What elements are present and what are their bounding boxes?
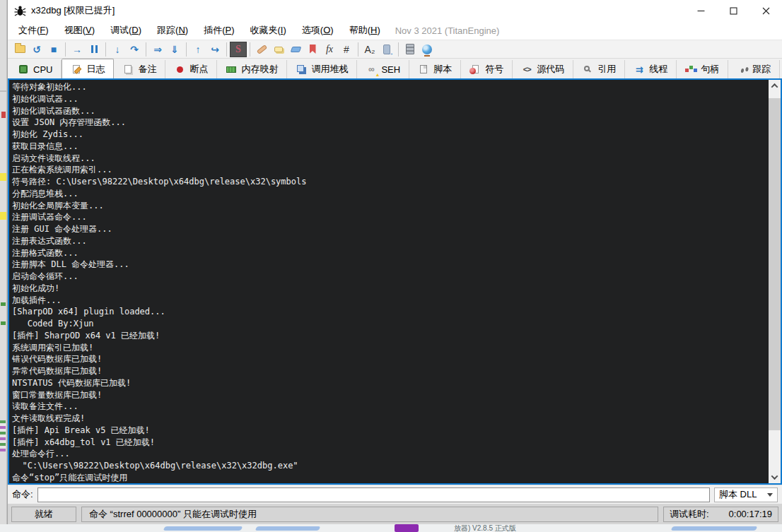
command-input[interactable]: [37, 487, 710, 502]
step-over-button[interactable]: ↷: [126, 42, 143, 57]
step-into-button[interactable]: ↓: [109, 42, 126, 57]
script-glyph: [420, 65, 427, 73]
menu-file[interactable]: 文件(F): [11, 21, 57, 40]
source-icon: <>: [521, 64, 532, 75]
maximize-button[interactable]: [717, 0, 749, 21]
run-button[interactable]: →: [69, 42, 86, 57]
background-fragment: [0, 90, 7, 92]
watermark-stroke: [163, 526, 243, 531]
minimize-button[interactable]: [684, 0, 717, 21]
log-line: 符号路径: C:\Users\98222\Desktop\x64dbg\rele…: [12, 176, 769, 188]
log-line: 获取目录信息...: [12, 141, 769, 153]
menu-help[interactable]: 帮助(H): [342, 21, 388, 40]
comment-button[interactable]: [270, 42, 287, 57]
scrollbar-thumb[interactable]: [769, 98, 781, 430]
tab-trace[interactable]: 跟踪: [728, 60, 780, 78]
toolbar-separator: [65, 42, 66, 57]
scroll-up-button[interactable]: [769, 80, 781, 92]
label-button[interactable]: [287, 42, 304, 57]
hash-button[interactable]: #: [338, 42, 355, 57]
background-fragment: [0, 212, 6, 220]
log-output[interactable]: 等待对象初始化...初始化调试器...初始化调试器函数...设置 JSON 内存…: [9, 80, 769, 483]
expression-function-button[interactable]: fx: [321, 42, 338, 57]
log-line: 启动命令循环...: [12, 271, 769, 283]
call-stack-glyph: [297, 65, 304, 72]
scroll-down-button[interactable]: [769, 471, 781, 483]
log-line: 启动文件读取线程...: [12, 153, 769, 165]
font-size-icon: A₂: [365, 44, 375, 55]
tab-seh[interactable]: ∞SEH: [357, 60, 409, 78]
font-size-button[interactable]: A₂: [361, 42, 378, 57]
send-to-device-icon: [383, 45, 390, 54]
command-bar: 命令: 脚本 DLL: [8, 485, 782, 504]
send-to-device-button[interactable]: [378, 42, 395, 57]
threads-icon: ⇉: [634, 64, 645, 75]
menu-plugins[interactable]: 插件(P): [196, 21, 242, 40]
call-stack-icon: [296, 64, 307, 75]
toolbar: ↺■→↓↷⇒⇓↑↪Sfx#A₂: [8, 40, 782, 59]
tab-label: 跟踪: [752, 63, 771, 76]
step-out-icon: ⇓: [170, 44, 179, 55]
log-line: NTSTATUS 代码数据库已加载!: [12, 377, 769, 389]
debug-time-panel: 调试耗时: 0:00:17:19: [663, 507, 778, 522]
step-out-button[interactable]: ⇓: [166, 42, 183, 57]
references-icon: [582, 64, 593, 75]
menu-view[interactable]: 视图(V): [57, 21, 103, 40]
log-line: [SharpOD x64] plugin loaded...: [12, 306, 769, 318]
menu-favourites[interactable]: 收藏夹(I): [243, 21, 294, 40]
close-button[interactable]: [749, 0, 782, 21]
script-icon: [418, 64, 429, 75]
menu-options[interactable]: 选项(O): [294, 21, 342, 40]
label-icon: [290, 47, 301, 52]
tab-breakpoints[interactable]: 断点: [165, 60, 217, 78]
attach-button[interactable]: ↪: [206, 42, 223, 57]
menu-debug[interactable]: 调试(D): [103, 21, 149, 40]
bug-icon: [14, 5, 26, 17]
log-scrollbar[interactable]: [769, 80, 781, 483]
patch-button[interactable]: [253, 42, 270, 57]
tab-memory-map[interactable]: 内存映射: [217, 60, 287, 78]
tab-log[interactable]: 日志: [62, 59, 114, 78]
command-mode-dropdown[interactable]: 脚本 DLL: [714, 487, 778, 502]
menu-trace[interactable]: 跟踪(N): [149, 21, 196, 40]
tab-threads[interactable]: ⇉线程: [625, 60, 677, 78]
execute-till-return-button[interactable]: ⇒: [149, 42, 166, 57]
tab-call-stack[interactable]: 调用堆栈: [287, 60, 357, 78]
tab-label: CPU: [33, 64, 52, 75]
notes-icon: [122, 64, 134, 75]
threads-glyph: ⇉: [636, 64, 643, 75]
restart-button[interactable]: ↺: [28, 42, 45, 57]
breakpoint-glyph: [177, 66, 183, 73]
tab-script[interactable]: 脚本: [409, 60, 461, 78]
trace-glyph: [741, 68, 745, 73]
step-into-icon: ↓: [115, 44, 120, 55]
calculator-icon: [406, 44, 414, 54]
bookmark-button[interactable]: [304, 42, 321, 57]
log-line: 注册 GUI 命令处理器...: [12, 223, 769, 235]
cpu-glyph: [19, 65, 28, 73]
tab-references[interactable]: 引用: [573, 60, 625, 78]
log-line: 注册调试器命令...: [12, 211, 769, 223]
tab-notes[interactable]: 备注: [114, 60, 165, 78]
tab-source[interactable]: <>源代码: [513, 60, 573, 78]
run-to-user-code-button[interactable]: ↑: [189, 42, 206, 57]
globe-icon: [422, 45, 432, 54]
background-window-sliver: [0, 0, 7, 532]
log-line: 窗口常量数据库已加载!: [12, 389, 769, 401]
tab-handles[interactable]: 句柄: [677, 60, 728, 78]
execute-till-return-icon: ⇒: [153, 44, 162, 55]
globe-button[interactable]: [419, 42, 436, 57]
tab-label: 内存映射: [241, 63, 278, 76]
stop-button[interactable]: ■: [45, 42, 62, 57]
title-bar[interactable]: x32dbg [权限已提升]: [8, 0, 782, 21]
pause-button[interactable]: [86, 42, 103, 57]
bookmark-icon: [310, 45, 316, 54]
tab-symbols[interactable]: 符号: [461, 60, 513, 78]
memory-map-icon: [226, 64, 237, 75]
sharpod-plugin-button[interactable]: S: [230, 42, 247, 57]
tab-cpu[interactable]: CPU: [9, 60, 62, 78]
build-info: Nov 3 2021 (TitanEngine): [395, 25, 500, 36]
open-file-button[interactable]: [11, 42, 28, 57]
calculator-button[interactable]: [402, 42, 419, 57]
background-fragment: [0, 420, 6, 451]
